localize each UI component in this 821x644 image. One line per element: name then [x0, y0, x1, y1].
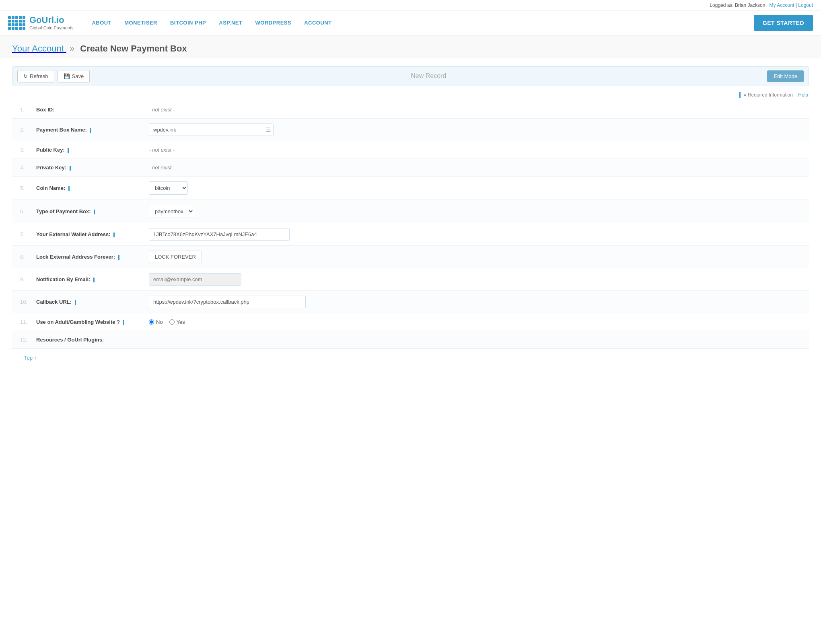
- nav-account[interactable]: ACCOUNT: [298, 12, 338, 33]
- payment-box-name-icon-btn[interactable]: ☰: [266, 127, 271, 133]
- edit-mode-button[interactable]: Edit Mode: [767, 70, 804, 82]
- toolbar: ↻ Refresh 💾 Save New Record Edit Mode: [12, 66, 809, 86]
- row-value-coin-name: bitcoin litecoin dogecoin ethereum: [145, 177, 809, 200]
- adult-gambling-yes-label[interactable]: Yes: [169, 319, 185, 325]
- nav-wordpress[interactable]: WORDPRESS: [249, 12, 298, 33]
- table-row: 5. Coin Name: bitcoin litecoin dogecoin …: [12, 177, 809, 200]
- refresh-button[interactable]: ↻ Refresh: [17, 70, 54, 82]
- refresh-icon: ↻: [23, 73, 28, 79]
- row-label-public-key: Public Key:: [32, 141, 145, 159]
- nav-bitcoin-php[interactable]: BITCOIN PHP: [164, 12, 212, 33]
- row-label-wallet-address: Your External Wallet Address:: [32, 223, 145, 246]
- table-row: 11. Use on Adult/Gambling Website ? No Y…: [12, 313, 809, 331]
- row-value-lock-address: LOCK FOREVER: [145, 246, 809, 268]
- table-row: 6. Type of Payment Box: paymentbox donat…: [12, 200, 809, 223]
- table-row: 9. Notification By Email:: [12, 268, 809, 291]
- row-value-callback-url: [145, 291, 809, 313]
- row-num-3: 3.: [12, 141, 32, 159]
- payment-box-type-select[interactable]: paymentbox donations shopping: [149, 205, 194, 218]
- row-num-6: 6.: [12, 200, 32, 223]
- required-indicator: [118, 255, 119, 260]
- table-row: 4. Private Key: - not exist -: [12, 159, 809, 177]
- your-account-label: Your Account: [12, 43, 64, 53]
- required-indicator: [68, 148, 69, 153]
- row-value-wallet-address: [145, 223, 809, 246]
- toolbar-right: Edit Mode: [767, 70, 804, 82]
- row-label-payment-box-name: Payment Box Name:: [32, 119, 145, 141]
- row-label-payment-box-type: Type of Payment Box:: [32, 200, 145, 223]
- nav-about[interactable]: ABOUT: [85, 12, 118, 33]
- row-value-payment-box-type: paymentbox donations shopping: [145, 200, 809, 223]
- row-num-11: 11.: [12, 313, 32, 331]
- payment-box-name-wrapper: ☰: [149, 123, 274, 136]
- row-num-9: 9.: [12, 268, 32, 291]
- table-row: 12. Resources / GoUrl Plugins:: [12, 331, 809, 349]
- payment-box-name-input[interactable]: [149, 123, 274, 136]
- logged-as-text: Logged as: Brian Jackson: [710, 2, 765, 8]
- row-num-10: 10.: [12, 291, 32, 313]
- nav-monetiser[interactable]: MONETISER: [118, 12, 164, 33]
- page-subtitle: Create New Payment Box: [80, 43, 187, 53]
- row-value-private-key: - not exist -: [145, 159, 809, 177]
- logout-link[interactable]: Logout: [798, 2, 813, 8]
- callback-url-input[interactable]: [149, 296, 306, 308]
- logo-sub: Global Coin Payments: [29, 25, 73, 31]
- adult-gambling-no-label[interactable]: No: [149, 319, 163, 325]
- row-num-4: 4.: [12, 159, 32, 177]
- required-indicator: [113, 232, 115, 237]
- row-label-notification-email: Notification By Email:: [32, 268, 145, 291]
- table-row: 10. Callback URL:: [12, 291, 809, 313]
- get-started-button[interactable]: GET STARTED: [754, 15, 813, 31]
- adult-gambling-radio-group: No Yes: [149, 319, 805, 325]
- row-value-box-id: - not exist -: [145, 101, 809, 119]
- row-label-resources: Resources / GoUrl Plugins:: [32, 331, 145, 349]
- adult-gambling-no-radio[interactable]: [149, 319, 154, 325]
- notification-email-input[interactable]: [149, 273, 241, 286]
- nav-links: ABOUT MONETISER BITCOIN PHP ASP.NET WORD…: [85, 12, 749, 33]
- main-nav: GoUrl.io Global Coin Payments ABOUT MONE…: [0, 11, 821, 35]
- save-icon: 💾: [64, 73, 70, 79]
- required-indicator: [75, 300, 76, 305]
- row-num-8: 8.: [12, 246, 32, 268]
- logo-grid-icon: [8, 16, 25, 30]
- my-account-link[interactable]: My Account: [769, 2, 794, 8]
- table-row: 2. Payment Box Name: ☰: [12, 119, 809, 141]
- table-row: 1. Box ID: - not exist -: [12, 101, 809, 119]
- top-link[interactable]: Top ↑: [12, 349, 809, 367]
- required-mark-icon: [739, 92, 741, 98]
- wallet-address-input[interactable]: [149, 228, 290, 241]
- help-link[interactable]: Help: [798, 92, 808, 98]
- table-row: 3. Public Key: - not exist -: [12, 141, 809, 159]
- coin-name-select[interactable]: bitcoin litecoin dogecoin ethereum: [149, 181, 188, 195]
- row-num-12: 12.: [12, 331, 32, 349]
- adult-gambling-yes-radio[interactable]: [169, 319, 175, 325]
- page-title-area: Your Account » Create New Payment Box: [0, 35, 821, 58]
- nav-asp-net[interactable]: ASP.NET: [212, 12, 249, 33]
- form-table: 1. Box ID: - not exist - 2. Payment Box …: [12, 101, 809, 349]
- row-num-5: 5.: [12, 177, 32, 200]
- row-value-resources: [145, 331, 809, 349]
- lock-forever-button[interactable]: LOCK FOREVER: [149, 251, 202, 263]
- row-value-adult-gambling: No Yes: [145, 313, 809, 331]
- refresh-label: Refresh: [30, 73, 48, 79]
- your-account-link[interactable]: Your Account: [12, 43, 66, 53]
- main-content: ↻ Refresh 💾 Save New Record Edit Mode = …: [0, 58, 821, 375]
- required-indicator: [70, 166, 71, 171]
- save-button[interactable]: 💾 Save: [58, 70, 90, 82]
- toolbar-left: ↻ Refresh 💾 Save: [17, 70, 90, 82]
- required-indicator: [123, 320, 124, 325]
- required-note: = Required Information Help: [12, 92, 809, 98]
- save-label: Save: [72, 73, 84, 79]
- row-num-2: 2.: [12, 119, 32, 141]
- row-label-adult-gambling: Use on Adult/Gambling Website ?: [32, 313, 145, 331]
- row-label-coin-name: Coin Name:: [32, 177, 145, 200]
- row-value-payment-box-name: ☰: [145, 119, 809, 141]
- table-row: 8. Lock External Address Forever: LOCK F…: [12, 246, 809, 268]
- required-indicator: [94, 210, 95, 214]
- row-value-notification-email: [145, 268, 809, 291]
- row-label-lock-address: Lock External Address Forever:: [32, 246, 145, 268]
- top-bar: Logged as: Brian Jackson My Account | Lo…: [0, 0, 821, 11]
- logo[interactable]: GoUrl.io Global Coin Payments: [8, 11, 73, 35]
- row-label-callback-url: Callback URL:: [32, 291, 145, 313]
- row-label-private-key: Private Key:: [32, 159, 145, 177]
